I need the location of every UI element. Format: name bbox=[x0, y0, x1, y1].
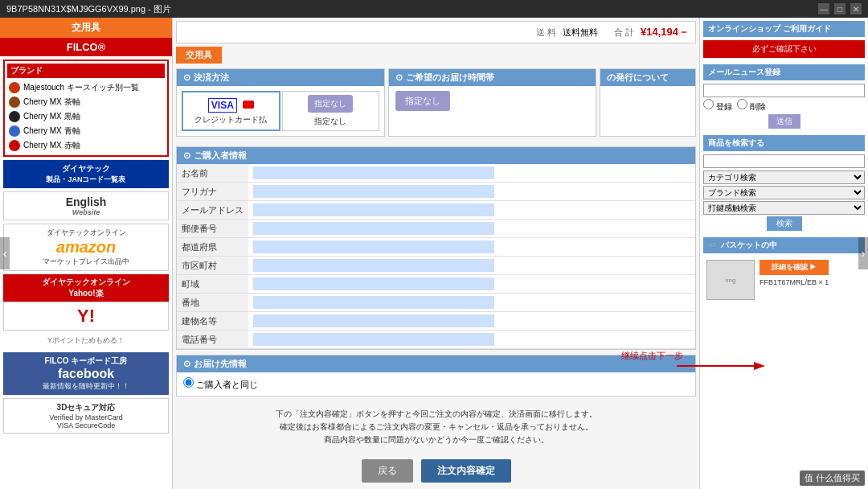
payment-grid: VISA クレジットカード払 指定なし 指定なし bbox=[177, 86, 384, 136]
basket-item-label: FFB1T67MRL/EB × 1 bbox=[760, 278, 829, 286]
fb-sub: 最新情報を随時更新中！！ bbox=[6, 381, 166, 392]
form-row-town: 町域 bbox=[177, 275, 695, 294]
yahoo-y-logo[interactable]: Y! bbox=[3, 302, 169, 331]
delivery-section: ⊙ ご希望のお届け時間帯 指定なし bbox=[388, 68, 597, 137]
brand-dot-cherry-brown bbox=[9, 97, 20, 108]
shipping-summary: 送 料 送料無料 bbox=[536, 25, 598, 39]
sidebar-english[interactable]: English Website bbox=[3, 191, 169, 220]
radio-delete-label[interactable]: 削除 bbox=[737, 99, 766, 113]
total-value: ¥14,194－ bbox=[641, 25, 689, 39]
guide-confirm-button[interactable]: 必ずご確認下さい bbox=[703, 40, 865, 58]
sidebar: 交用具 FILCO® ブランド Majestouch キースイッチ別一覧 Che… bbox=[0, 18, 173, 489]
field-input-phone[interactable] bbox=[253, 333, 494, 346]
brand-label-cherry-black: Cherry MX 黒軸 bbox=[23, 111, 80, 122]
search-header: 商品を検索する bbox=[703, 135, 865, 151]
sidebar-facebook[interactable]: FILCO キーボード工房 facebook 最新情報を随時更新中！！ bbox=[3, 352, 169, 395]
form-row-banchi: 番地 bbox=[177, 294, 695, 312]
basket-confirm-button[interactable]: 詳細を確認 ▶ bbox=[760, 260, 829, 275]
purchase-info-section: ⊙ ご購入者情報 お名前 フリガナ メールアドレス 郵便番号 bbox=[176, 146, 696, 350]
amazon-text-bottom: マーケットプレイス出品中 bbox=[7, 257, 165, 267]
field-input-name[interactable] bbox=[253, 166, 494, 179]
delivery-header: ⊙ ご希望のお届け時間帯 bbox=[389, 69, 596, 86]
brand-cherry-black[interactable]: Cherry MX 黒軸 bbox=[7, 109, 165, 124]
payment-no-delivery[interactable]: 指定なし 指定なし bbox=[282, 91, 379, 131]
sidebar-amazon[interactable]: ダイヤテックオンライン amazon マーケットプレイス出品中 bbox=[3, 224, 169, 271]
field-input-banchi[interactable] bbox=[253, 296, 494, 309]
back-button[interactable]: 戻る bbox=[362, 459, 413, 483]
payment-credit-card[interactable]: VISA クレジットカード払 bbox=[182, 91, 280, 131]
brand-cherry-blue[interactable]: Cherry MX 青軸 bbox=[7, 124, 165, 138]
confirm-button[interactable]: 注文内容確定 bbox=[421, 459, 511, 483]
feel-select[interactable]: 打鍵感触検索 bbox=[703, 201, 865, 215]
field-label-prefecture: 都道府県 bbox=[177, 238, 248, 257]
watermark: 值 什么值得买 bbox=[800, 471, 865, 486]
field-input-furigana[interactable] bbox=[253, 185, 494, 198]
delivery-label: ご希望のお届け時間帯 bbox=[406, 72, 494, 84]
purchase-info-label: ご購入者情報 bbox=[194, 150, 247, 162]
sidebar-diya[interactable]: ダイヤテック 製品・JANコード一覧表 bbox=[3, 160, 169, 188]
news-send-button[interactable]: 送信 bbox=[768, 114, 800, 129]
brand-majestouch[interactable]: Majestouch キースイッチ別一覧 bbox=[7, 80, 165, 95]
field-input-email[interactable] bbox=[253, 203, 494, 216]
field-input-building[interactable] bbox=[253, 314, 494, 327]
field-label-name: お名前 bbox=[177, 164, 248, 183]
delivery-option-label: 指定なし bbox=[395, 91, 450, 111]
brand-cherry-red[interactable]: Cherry MX 赤軸 bbox=[7, 138, 165, 153]
basket-item-info: 詳細を確認 ▶ FFB1T67MRL/EB × 1 bbox=[760, 260, 829, 300]
scroll-right-arrow[interactable]: › bbox=[858, 237, 868, 269]
field-input-prefecture[interactable] bbox=[253, 240, 494, 253]
threed-label: 3Dセキュア対応 bbox=[7, 402, 165, 413]
sidebar-header: 交用具 bbox=[0, 18, 172, 38]
brand-select[interactable]: ブランド検索 bbox=[703, 186, 865, 199]
news-email-input[interactable] bbox=[703, 84, 865, 97]
yahoo-label: ダイヤテックオンライン bbox=[8, 277, 164, 288]
category-select[interactable]: カテゴリ検索 bbox=[703, 171, 865, 184]
no-delivery-label: 指定なし bbox=[308, 95, 353, 113]
issuer-section: の発行について bbox=[600, 68, 696, 137]
basket-item-row: img 詳細を確認 ▶ FFB1T67MRL/EB × 1 bbox=[703, 257, 865, 303]
delivery-info-label: お届け先情報 bbox=[194, 358, 247, 370]
play-icon: ▶ bbox=[809, 263, 817, 271]
diya-label: ダイヤテック bbox=[8, 163, 164, 175]
delivery-same-as-buyer: ご購入者と同じ bbox=[177, 372, 695, 396]
verified-by: Verified by MasterCard bbox=[7, 413, 165, 421]
delivery-same-radio[interactable] bbox=[183, 377, 194, 388]
search-button[interactable]: 検索 bbox=[767, 216, 802, 231]
nav-tab-main[interactable]: 交用具 bbox=[176, 47, 222, 64]
maximize-button[interactable]: □ bbox=[834, 3, 845, 14]
minimize-button[interactable]: — bbox=[818, 3, 829, 14]
main-wrapper: 交用具 FILCO® ブランド Majestouch キースイッチ別一覧 Che… bbox=[0, 18, 868, 489]
basket-header: 🛒 バスケットの中 bbox=[703, 237, 865, 253]
form-row-city: 市区町村 bbox=[177, 257, 695, 275]
news-send-wrapper: 送信 bbox=[703, 114, 865, 129]
radio-register[interactable] bbox=[703, 99, 714, 109]
yahoo-header[interactable]: ダイヤテックオンライン Yahoo!楽 bbox=[3, 274, 169, 302]
delivery-icon: ⊙ bbox=[395, 72, 403, 83]
payment-label: 決済方法 bbox=[194, 72, 229, 84]
english-sub: Website bbox=[7, 208, 165, 216]
yahoo-sub: Yポイントためもめる！ bbox=[0, 334, 172, 349]
nav-tabs: 交用具 bbox=[176, 47, 696, 64]
field-input-postal[interactable] bbox=[253, 222, 494, 235]
close-button[interactable]: ✕ bbox=[850, 3, 862, 14]
field-input-city[interactable] bbox=[253, 259, 494, 272]
shipping-value: 送料無料 bbox=[563, 27, 598, 39]
form-row-name: お名前 bbox=[177, 164, 695, 183]
purchase-info-header: ⊙ ご購入者情報 bbox=[177, 147, 695, 164]
right-panel: オンラインショップ ご利用ガイド 必ずご確認下さい メールニュース登録 登録 削… bbox=[699, 18, 868, 489]
title-bar: 9B7P58NN31X$MJ9GG6VX99.png - 图片 — □ ✕ bbox=[0, 0, 868, 18]
radio-delete[interactable] bbox=[737, 99, 747, 109]
news-section: メールニュース登録 登録 削除 送信 bbox=[703, 64, 865, 129]
search-input[interactable] bbox=[703, 154, 865, 168]
brand-cherry-brown[interactable]: Cherry MX 茶軸 bbox=[7, 95, 165, 109]
basket-icon: 🛒 bbox=[708, 241, 718, 250]
payment-section: ⊙ 決済方法 VISA クレジットカード払 指定なし bbox=[176, 68, 385, 137]
brand-label-cherry-brown: Cherry MX 茶軸 bbox=[23, 97, 80, 108]
scroll-left-arrow[interactable]: ‹ bbox=[0, 237, 10, 269]
radio-register-label[interactable]: 登録 bbox=[703, 99, 732, 113]
window-controls: — □ ✕ bbox=[818, 3, 862, 14]
top-sections: ⊙ 決済方法 VISA クレジットカード払 指定なし bbox=[176, 68, 696, 142]
credit-card-label: クレジットカード払 bbox=[186, 114, 276, 125]
basket-section: 🛒 バスケットの中 img 詳細を確認 ▶ FFB1T67MRL/EB × 1 bbox=[703, 237, 865, 303]
field-input-town[interactable] bbox=[253, 277, 494, 290]
